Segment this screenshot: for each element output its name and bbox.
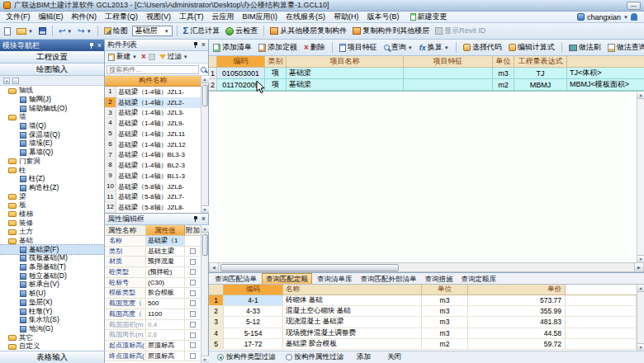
query-tab[interactable]: 查询定额库 (458, 274, 500, 284)
tree-item[interactable]: 轴线 (0, 87, 104, 96)
attach-checkbox[interactable] (190, 248, 196, 254)
redo-button[interactable]: ↪▼ (76, 26, 92, 36)
copy-from-floor-button[interactable]: 从其他楼层复制构件 (268, 25, 348, 37)
component-row[interactable]: 4 基础梁（1-4轴）JZL9- (105, 118, 201, 129)
feature-cell[interactable] (404, 79, 493, 91)
quota-price[interactable]: 573.77 (468, 295, 566, 306)
tree-item[interactable]: 辅助轴线(O) (0, 104, 104, 113)
scroll-down-icon[interactable]: ▼ (637, 343, 644, 351)
horizontal-scrollbar[interactable]: ◀ ▶ (209, 262, 644, 272)
attach-checkbox[interactable] (190, 300, 196, 306)
quota-code[interactable]: 5-12 (224, 317, 283, 328)
new-file-button[interactable] (2, 26, 12, 36)
property-value[interactable]: 基础梁（1 (146, 236, 185, 246)
query-table-scrollbar[interactable]: ▲ ▼ (637, 285, 644, 351)
截面面积(m[interactable]: 截面面积(m 0.4 (105, 320, 201, 331)
quota-code[interactable]: 4-1 (224, 295, 283, 306)
query-tab[interactable]: 查询清单库 (314, 274, 356, 284)
add-button[interactable]: 添加 (353, 352, 374, 362)
code-cell[interactable]: 010503001 (217, 68, 265, 79)
tree-item[interactable]: 构造柱(Z) (0, 184, 104, 193)
component-row[interactable]: 1 基础梁（1-4轴）JZL1- (105, 87, 201, 97)
menu-item[interactable]: 视图(V) (142, 12, 175, 22)
attach-checkbox[interactable] (190, 290, 196, 296)
property-value[interactable]: 胶合模板 (146, 288, 185, 298)
expression-cell[interactable]: MBMJ (514, 79, 567, 91)
scrollbar-thumb[interactable] (202, 85, 208, 106)
menu-item[interactable]: 云应用 (208, 12, 239, 22)
起点顶标高([interactable]: 起点顶标高( 层顶标高 (105, 341, 201, 351)
砖砌体 基础[interactable]: 1 4-1 砖砌体 基础 m3 573.77 (209, 295, 637, 306)
scroll-down-icon[interactable]: ▼ (637, 255, 644, 262)
混凝土空心砌块 基础[interactable]: 2 4-33 混凝土空心砌块 基础 m3 355.99 (209, 306, 637, 317)
category-cell[interactable]: 项 (265, 68, 286, 79)
property-value[interactable]: (C30) (146, 278, 185, 288)
property-value[interactable]: 2.6 (146, 330, 185, 340)
pin-icon[interactable] (192, 215, 199, 223)
tree-item[interactable]: 基础 (0, 237, 104, 246)
tree-item[interactable]: 条形基础(T) (0, 263, 104, 272)
attach-checkbox[interactable] (190, 332, 196, 338)
query-tab[interactable]: 查询措施 (422, 274, 457, 284)
component-row[interactable]: 9 基础梁（1-4轴）BL1-3 (105, 171, 201, 182)
component-list-scrollbar[interactable]: ▲ ▼ (201, 76, 208, 213)
基础梁 胶合模板[interactable]: 5 17-72 基础梁 胶合模板 m2 59.72 (209, 339, 637, 350)
attach-checkbox[interactable] (190, 280, 196, 285)
menu-item[interactable]: 构件(N) (68, 12, 102, 22)
floor-selector-dropdown[interactable]: 基础层▼ (132, 26, 173, 36)
copy-to-floor-button[interactable]: 复制构件到其他楼层 (351, 25, 431, 37)
worksheet-scrollbar[interactable]: ▲ ▼ (637, 92, 644, 262)
tree-item[interactable]: 地沟(G) (0, 325, 104, 334)
close-icon[interactable]: × (97, 42, 102, 50)
menu-item[interactable]: BIM应用(I) (239, 12, 282, 22)
select-code-button[interactable]: 选择代码 (462, 41, 504, 54)
user-menu[interactable]: changxian ▼ (577, 13, 642, 21)
quota-unit[interactable]: m3 (422, 295, 468, 306)
quota-name[interactable]: 基础梁 胶合模板 (283, 339, 422, 350)
截面周长(m[interactable]: 截面周长(m 2.6 (105, 330, 201, 341)
query-button[interactable]: 查询▼ (382, 41, 414, 54)
component-search-input[interactable] (107, 65, 199, 74)
砼类型[interactable]: 砼类型 (预拌砼) (105, 267, 201, 278)
quota-price[interactable]: 481.83 (468, 317, 566, 328)
quota-code[interactable]: 4-33 (224, 306, 283, 317)
query-tab[interactable]: 查询匹配外部清单 (358, 274, 420, 284)
undo-button[interactable]: ↩▼ (57, 26, 73, 36)
tree-item[interactable]: 桩承台(V) (0, 280, 104, 290)
tree-item[interactable]: 梁 (0, 192, 104, 201)
pin-icon[interactable] (88, 42, 95, 50)
property-value[interactable]: 基础主梁 (146, 247, 185, 257)
description-cell[interactable]: MBMJ<模板面积> (567, 79, 644, 91)
cloud-check-button[interactable]: 云检查 (224, 25, 259, 37)
tree-item[interactable]: 独立基础(D) (0, 271, 104, 280)
quota-unit[interactable]: m3 (422, 328, 468, 339)
copy-component-icon[interactable] (149, 54, 155, 60)
worksheet-empty-area[interactable]: ▲ ▼ (209, 91, 644, 262)
minimize-button[interactable]: — (627, 2, 641, 10)
convert-button[interactable]: fx换算▼ (418, 41, 451, 54)
quota-code[interactable]: 17-72 (224, 339, 283, 350)
基础梁[interactable]: 1 010503001 项 基础梁 m3 TJ TJ<体积> (209, 68, 644, 79)
component-row[interactable]: 11 基础梁（5-8轴）JZL7- (105, 192, 201, 203)
attach-checkbox[interactable] (190, 259, 196, 265)
menu-item[interactable]: 编辑(E) (35, 12, 68, 22)
save-button[interactable] (37, 26, 48, 35)
new-component-button[interactable]: 新建▼ (107, 51, 139, 63)
property-value[interactable]: (预拌砼) (146, 267, 185, 277)
tree-item[interactable]: 筏板基础(M) (0, 254, 104, 263)
property-value[interactable]: 0.4 (146, 320, 185, 330)
截面宽度（[interactable]: 截面宽度（ 500 (105, 299, 201, 309)
name-cell[interactable]: 基础梁 (286, 79, 404, 91)
method-brush-button[interactable]: 做法刷 (567, 41, 603, 54)
tree-item[interactable]: 自定义 (0, 342, 104, 351)
component-row[interactable]: 10 基础梁（5-8轴）JZL6- (105, 182, 201, 192)
名称[interactable]: 名称 基础梁（1 (105, 236, 201, 247)
quota-price[interactable]: 355.99 (468, 306, 566, 317)
code-cell[interactable]: 011702005 (217, 79, 265, 91)
tree-item[interactable]: 幕墙(Q) (0, 148, 104, 158)
property-value[interactable]: 层顶标高 (146, 341, 185, 351)
tree-item[interactable]: 柱 (0, 166, 104, 175)
tree-item[interactable]: 柱墩(Y) (0, 307, 104, 316)
filter-by-type-radio[interactable]: 按构件类型过滤 (217, 352, 276, 362)
quota-name[interactable]: 现浇混凝土 基础梁 (283, 317, 422, 328)
